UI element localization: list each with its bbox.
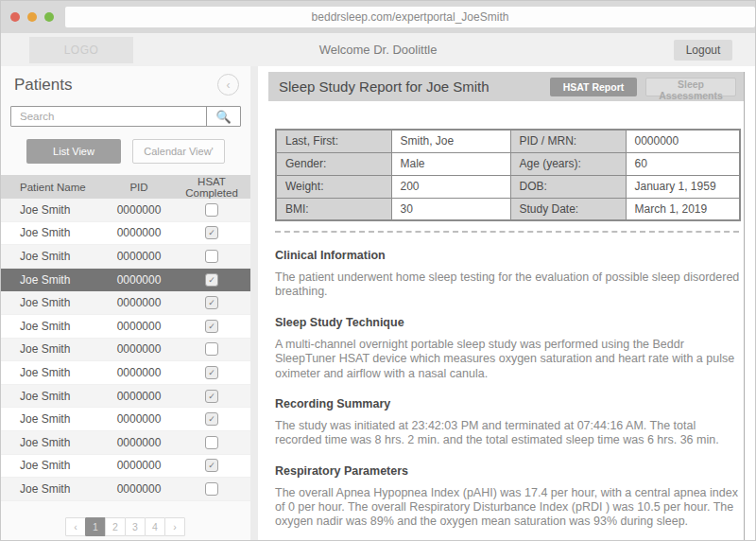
hsat-checkbox[interactable]: ✓ [205,390,218,403]
report-panel: Sleep Study Report for Joe Smith HSAT Re… [268,72,745,540]
patient-row[interactable]: Joe Smith 0000000 ✓ [1,269,250,292]
hsat-report-button[interactable]: HSAT Report [550,78,637,96]
maximize-window-icon[interactable] [44,12,54,22]
info-label: Gender: [276,152,391,175]
hsat-cell: ✓ [173,320,250,333]
hsat-cell [173,436,250,449]
hsat-cell: ✓ [173,459,250,472]
calendar-view-button[interactable]: Calendar View' [132,139,225,164]
section-heading: Recording Summary [275,397,734,410]
dashed-divider [275,231,739,233]
pagination-page-3[interactable]: 3 [125,517,146,536]
pagination-prev[interactable]: ‹ [65,517,86,536]
hsat-checkbox[interactable] [205,436,218,449]
pagination-page-4[interactable]: 4 [145,517,165,536]
hsat-checkbox[interactable]: ✓ [205,320,218,333]
patient-pid: 0000000 [105,366,173,379]
sidebar-title: Patients [10,76,241,95]
patient-row[interactable]: Joe Smith 0000000 ✓ [1,291,250,315]
info-row: Last, First:Smith, JoePID / MRN:0000000 [276,130,740,152]
hsat-cell [173,342,250,356]
patient-row[interactable]: Joe Smith 0000000 [1,339,250,362]
window-controls [10,12,54,22]
hsat-checkbox[interactable] [205,203,218,217]
sleep-assessments-button[interactable]: Sleep Assessments [645,78,736,96]
patient-name: Joe Smith [1,273,105,287]
search-icon[interactable]: 🔍 [206,107,240,126]
pagination-page-1[interactable]: 1 [85,517,106,536]
info-label: DOB: [510,175,626,198]
hsat-cell: ✓ [173,366,250,379]
hsat-checkbox[interactable] [205,342,218,356]
info-row: Weight:200DOB:January 1, 1959 [276,175,740,198]
info-row: Gender:MaleAge (years):60 [276,152,740,175]
hsat-checkbox[interactable]: ✓ [205,273,218,287]
report-header: Sleep Study Report for Joe Smith HSAT Re… [268,72,744,101]
search-input[interactable] [11,107,206,126]
info-label: PID / MRN: [510,130,626,152]
patient-name: Joe Smith [1,250,105,263]
hsat-cell: ✓ [173,226,250,239]
list-view-button[interactable]: List View [26,139,121,164]
sidebar-top: Patients ‹ 🔍 List View Calendar View' [1,66,250,164]
info-value: 30 [391,198,510,220]
patient-pid: 0000000 [105,482,173,496]
search-box: 🔍 [10,106,241,127]
report-body: Last, First:Smith, JoePID / MRN:0000000G… [268,101,744,541]
patient-pid: 0000000 [105,226,173,239]
hsat-cell: ✓ [173,296,250,309]
minimize-window-icon[interactable] [27,12,37,22]
patient-name: Joe Smith [1,203,105,217]
patient-row[interactable]: Joe Smith 0000000 ✓ [1,385,250,409]
close-window-icon[interactable] [10,12,20,22]
patient-row[interactable]: Joe Smith 0000000 [1,478,250,501]
patient-row[interactable]: Joe Smith 0000000 [1,431,250,455]
patient-table-header: Patient Name PID HSAT Completed [1,175,250,199]
info-value: Male [391,152,510,175]
patients-sidebar: Patients ‹ 🔍 List View Calendar View' Pa… [1,66,258,540]
address-bar[interactable]: beddrsleep.com/expertportal_JoeSmith [65,7,755,27]
patient-row[interactable]: Joe Smith 0000000 [1,199,250,222]
info-label: Last, First: [276,130,391,152]
hsat-cell: ✓ [173,390,250,403]
patient-pid: 0000000 [105,436,173,449]
report-title: Sleep Study Report for Joe Smith [279,79,550,95]
hsat-cell [173,482,250,496]
patient-row[interactable]: Joe Smith 0000000 [1,245,250,269]
report-sections: Clinical InformationThe patient underwen… [275,249,734,541]
column-pid: PID [105,182,173,193]
patient-pid: 0000000 [105,320,173,333]
patient-row[interactable]: Joe Smith 0000000 ✓ [1,455,250,479]
patient-pid: 0000000 [105,250,173,263]
patient-pid: 0000000 [105,412,173,426]
hsat-checkbox[interactable]: ✓ [205,296,218,309]
hsat-checkbox[interactable]: ✓ [205,459,218,472]
patient-name: Joe Smith [1,390,105,403]
info-value: Smith, Joe [391,130,510,152]
hsat-checkbox[interactable] [205,482,218,496]
column-patient-name: Patient Name [1,182,105,193]
section-heading: Clinical Information [275,249,734,262]
patient-name: Joe Smith [1,459,105,472]
patient-row[interactable]: Joe Smith 0000000 ✓ [1,222,250,246]
hsat-cell [173,250,250,263]
patient-row[interactable]: Joe Smith 0000000 ✓ [1,361,250,385]
info-value: 60 [626,152,740,175]
hsat-checkbox[interactable]: ✓ [205,412,218,426]
collapse-sidebar-button[interactable]: ‹ [217,74,239,96]
patient-row[interactable]: Joe Smith 0000000 ✓ [1,408,250,431]
hsat-checkbox[interactable]: ✓ [205,226,218,239]
hsat-checkbox[interactable] [205,250,218,263]
patient-name: Joe Smith [1,412,105,426]
hsat-checkbox[interactable]: ✓ [205,366,218,379]
patient-pid: 0000000 [105,203,173,217]
info-value: 0000000 [626,130,740,152]
column-hsat-completed: HSAT Completed [173,176,250,199]
patient-pid: 0000000 [105,390,173,403]
patient-row[interactable]: Joe Smith 0000000 ✓ [1,315,250,339]
logout-button[interactable]: Logout [674,40,732,61]
section-body: The patient underwent home sleep testing… [275,270,742,300]
pagination-next[interactable]: › [164,517,185,536]
patient-pid: 0000000 [105,459,173,472]
pagination-page-2[interactable]: 2 [105,517,126,536]
